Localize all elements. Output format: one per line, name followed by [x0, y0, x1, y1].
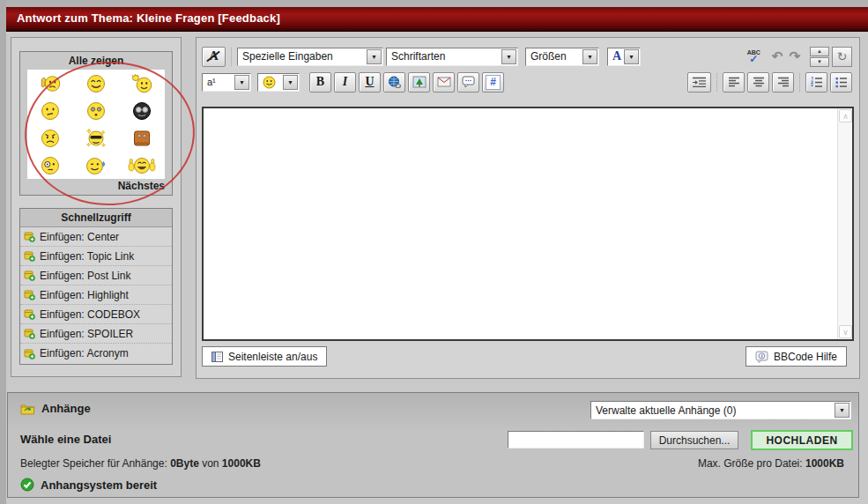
attachment-status-text: Anhangsystem bereit	[41, 478, 157, 492]
smiley-panel: Alle zeigen	[19, 51, 173, 196]
scroll-up-icon[interactable]: ∧	[839, 109, 852, 122]
quick-item-insert-highlight[interactable]: Einfügen: Highlight	[20, 285, 172, 305]
insert-link-button[interactable]	[383, 72, 405, 93]
insert-icon	[24, 308, 35, 320]
page-title-bar: Antwort zum Thema: Kleine Fragen [Feedba…	[6, 7, 868, 32]
quick-item-insert-center[interactable]: Einfügen: Center	[20, 227, 172, 247]
quick-item-insert-codebox[interactable]: Einfügen: CODEBOX	[20, 305, 172, 324]
smiley-monocle-icon[interactable]	[41, 156, 60, 175]
unordered-list-button[interactable]	[830, 72, 852, 93]
toolbar-separator	[231, 48, 232, 66]
quick-access-panel: Schnellzugriff Einfügen: Center Einfügen…	[19, 208, 173, 365]
show-all-smileys-link[interactable]: Alle zeigen	[20, 52, 172, 70]
globe-link-icon	[388, 76, 402, 89]
textarea-scrollbar[interactable]: ∧ ∨	[837, 108, 852, 339]
toolbar-separator	[716, 73, 717, 92]
insert-quote-button[interactable]	[457, 72, 479, 93]
dropdown-arrow-icon: ▼	[501, 49, 516, 64]
remove-format-button[interactable]: A	[202, 47, 226, 67]
bbcode-help-button[interactable]: i BBCode Hilfe	[746, 346, 847, 367]
smiley-cool-black-icon[interactable]	[132, 101, 152, 121]
attachments-title-row: Anhänge	[20, 402, 91, 415]
insert-email-button[interactable]	[433, 72, 455, 93]
smiley-paper-bag-icon[interactable]	[132, 130, 152, 147]
attachment-folder-icon	[20, 403, 35, 415]
editor-area: A Spezielle Eingaben ▼ Schriftarten ▼ Gr…	[196, 37, 860, 379]
storage-total-value: 1000KB	[222, 457, 261, 470]
toolbar-row-2: a¹ ▼ ▼ B I U #	[202, 71, 852, 93]
align-left-icon	[728, 77, 740, 87]
align-right-icon	[777, 77, 790, 87]
align-left-button[interactable]	[723, 72, 745, 93]
align-center-icon	[753, 77, 765, 87]
browse-button[interactable]: Durchsuchen...	[650, 431, 738, 449]
storage-usage-text: Belegter Speicher für Anhänge: 0Byte von…	[20, 457, 261, 470]
upload-button[interactable]: HOCHLADEN	[751, 430, 853, 450]
envelope-icon	[437, 77, 451, 87]
quick-item-insert-post-link[interactable]: Einfügen: Post Link	[20, 266, 172, 285]
manage-attachments-dropdown[interactable]: Verwalte aktuelle Anhänge (0) ▼	[590, 401, 851, 419]
shrink-editor-button[interactable]: ▼	[810, 57, 829, 67]
quick-access-title: Schnellzugriff	[20, 209, 172, 227]
smiley-dropdown[interactable]: ▼	[257, 73, 300, 92]
smiley-grid	[27, 70, 165, 179]
smiley-in-love-icon[interactable]	[86, 74, 106, 93]
next-smileys-link[interactable]: Nächstes	[118, 177, 165, 195]
insert-icon	[24, 328, 35, 339]
ordered-list-icon	[810, 77, 823, 88]
subsup-dropdown[interactable]: a¹ ▼	[202, 73, 251, 92]
quick-item-insert-topic-link[interactable]: Einfügen: Topic Link	[20, 247, 172, 266]
smiley-pirate-crossbones-icon[interactable]	[85, 128, 107, 149]
forum-reply-page: Antwort zum Thema: Kleine Fragen [Feedba…	[0, 0, 868, 504]
smiley-sweat-wink-icon[interactable]	[85, 156, 107, 175]
sidebar-layout-icon	[211, 352, 223, 362]
sidebar-toggle-button[interactable]: Seitenleiste an/aus	[202, 346, 327, 367]
editor-sidebar: Alle zeigen	[11, 37, 182, 377]
attachments-panel: Anhänge Verwalte aktuelle Anhänge (0) ▼ …	[7, 392, 859, 498]
page-title: Antwort zum Thema: Kleine Fragen [Feedba…	[17, 11, 280, 25]
attachment-status-row: Anhangsystem bereit	[20, 478, 157, 492]
file-path-input[interactable]	[508, 431, 644, 448]
choose-file-label: Wähle eine Datei	[20, 433, 111, 446]
indent-button[interactable]	[687, 72, 711, 93]
toolbar-separator	[799, 73, 800, 92]
insert-image-button[interactable]	[408, 72, 430, 93]
fonts-dropdown[interactable]: Schriftarten ▼	[386, 48, 518, 66]
italic-button[interactable]: I	[334, 72, 356, 93]
refresh-editor-button[interactable]: ↻	[832, 47, 852, 67]
smiley-icon	[263, 76, 276, 89]
info-bubble-icon: i	[755, 351, 768, 363]
left-gutter	[0, 0, 6, 504]
sizes-dropdown[interactable]: Größen ▼	[525, 48, 599, 66]
scroll-down-icon[interactable]: ∨	[839, 325, 852, 338]
quick-item-insert-spoiler[interactable]: Einfügen: SPOILER	[20, 324, 172, 344]
indent-icon	[692, 77, 707, 88]
underline-button[interactable]: U	[359, 72, 381, 93]
top-strip	[0, 0, 868, 7]
dropdown-arrow-icon: ▼	[624, 49, 639, 64]
align-center-button[interactable]	[747, 72, 769, 93]
bold-button[interactable]: B	[309, 72, 331, 93]
smiley-double-thumbs-up-icon[interactable]	[128, 156, 156, 175]
max-size-value: 1000KB	[805, 457, 844, 470]
spellcheck-button[interactable]: ABC ✓	[747, 49, 760, 64]
font-color-dropdown[interactable]: A ▼	[607, 48, 641, 66]
smiley-waving-icon[interactable]	[131, 74, 152, 93]
expand-editor-button[interactable]: ▲	[810, 47, 829, 56]
special-inputs-dropdown[interactable]: Spezielle Eingaben ▼	[237, 48, 383, 66]
quick-item-insert-acronym[interactable]: Einfügen: Acronym	[20, 344, 172, 363]
smiley-thumbs-down-icon[interactable]	[40, 74, 61, 93]
redo-button[interactable]: ↷	[787, 48, 802, 64]
insert-code-button[interactable]: #	[482, 72, 504, 93]
dropdown-arrow-icon: ▼	[835, 403, 849, 418]
unordered-list-icon	[835, 77, 848, 88]
insert-icon	[24, 348, 35, 359]
insert-icon	[24, 250, 35, 262]
undo-button[interactable]: ↶	[770, 48, 785, 64]
align-right-button[interactable]	[772, 72, 794, 93]
smiley-smirk-icon[interactable]	[41, 101, 60, 121]
ordered-list-button[interactable]	[805, 72, 827, 93]
smiley-angry-icon[interactable]	[41, 129, 60, 148]
smiley-confused-icon[interactable]	[86, 101, 106, 121]
message-textarea[interactable]: ∧ ∨	[202, 107, 854, 341]
